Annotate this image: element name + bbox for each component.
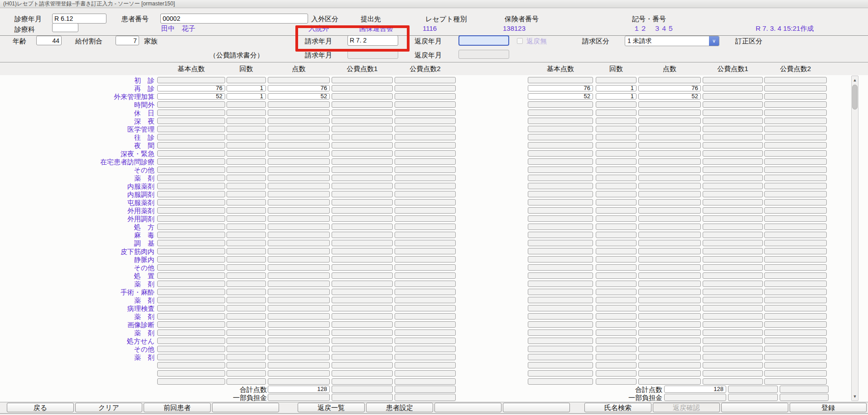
points-cell[interactable] [638, 370, 701, 377]
points-cell[interactable] [638, 142, 701, 148]
points-cell[interactable] [157, 215, 225, 222]
points-cell[interactable] [395, 297, 456, 303]
points-cell[interactable] [227, 207, 266, 214]
points-cell[interactable] [332, 77, 393, 83]
points-cell[interactable] [528, 272, 593, 279]
points-cell[interactable] [395, 134, 456, 140]
points-cell[interactable] [596, 224, 637, 230]
points-cell[interactable] [268, 77, 330, 83]
points-cell[interactable] [528, 370, 593, 377]
points-cell[interactable] [268, 158, 330, 165]
points-cell[interactable] [157, 224, 225, 230]
points-cell[interactable] [638, 378, 701, 385]
points-cell[interactable] [596, 354, 637, 360]
points-cell[interactable] [227, 224, 266, 230]
points-cell[interactable] [268, 272, 330, 279]
points-cell[interactable] [332, 248, 393, 254]
chevron-down-icon[interactable]: ∨ [709, 36, 719, 46]
points-cell[interactable] [703, 167, 763, 173]
points-cell[interactable] [638, 183, 701, 189]
points-cell[interactable] [268, 338, 330, 344]
points-cell[interactable] [395, 305, 456, 311]
points-cell[interactable] [157, 126, 225, 132]
points-cell[interactable] [703, 126, 763, 132]
points-cell[interactable] [764, 370, 827, 377]
points-cell[interactable] [638, 281, 701, 287]
points-cell[interactable] [764, 313, 827, 320]
scrollbar-thumb[interactable] [852, 85, 858, 110]
back-button[interactable]: 戻る [7, 403, 74, 412]
points-cell[interactable] [703, 93, 763, 100]
points-cell[interactable] [227, 346, 266, 352]
points-cell[interactable] [764, 240, 827, 246]
points-cell[interactable] [596, 150, 637, 157]
patient-settings-button[interactable]: 患者設定 [366, 403, 433, 412]
points-cell[interactable] [157, 134, 225, 140]
points-cell[interactable] [764, 183, 827, 189]
points-cell[interactable] [596, 240, 637, 246]
points-cell[interactable] [638, 224, 701, 230]
points-cell[interactable] [703, 77, 763, 83]
points-cell[interactable] [395, 232, 456, 238]
points-cell[interactable] [157, 248, 225, 254]
points-cell[interactable] [638, 232, 701, 238]
points-cell[interactable] [764, 199, 827, 205]
points-cell[interactable] [528, 101, 593, 108]
points-cell[interactable] [157, 281, 225, 287]
points-cell[interactable] [227, 264, 266, 271]
points-cell[interactable] [528, 378, 593, 385]
points-cell[interactable] [332, 191, 393, 197]
points-cell[interactable] [332, 232, 393, 238]
points-cell[interactable]: 76 [268, 85, 330, 91]
points-cell[interactable] [395, 142, 456, 148]
points-cell[interactable] [764, 110, 827, 116]
points-cell[interactable] [703, 199, 763, 205]
points-cell[interactable] [227, 101, 266, 108]
points-cell[interactable] [638, 272, 701, 279]
points-cell[interactable] [528, 289, 593, 295]
clear-button[interactable]: クリア [75, 403, 142, 412]
points-cell[interactable] [764, 142, 827, 148]
points-cell[interactable] [332, 378, 393, 385]
points-cell[interactable] [764, 362, 827, 368]
points-cell[interactable] [157, 232, 225, 238]
points-cell[interactable] [395, 167, 456, 173]
points-cell[interactable] [268, 118, 330, 124]
points-cell[interactable] [764, 256, 827, 262]
points-cell[interactable] [332, 329, 393, 336]
exam-yearmonth-input[interactable]: R 6.12 [52, 14, 106, 24]
points-cell[interactable] [703, 240, 763, 246]
points-cell[interactable] [332, 264, 393, 271]
points-cell[interactable] [528, 126, 593, 132]
points-cell[interactable] [227, 158, 266, 165]
department-input[interactable] [52, 23, 78, 32]
points-cell[interactable] [764, 77, 827, 83]
points-cell[interactable] [157, 321, 225, 328]
points-cell[interactable] [332, 167, 393, 173]
points-cell[interactable] [395, 77, 456, 83]
points-cell[interactable]: 52 [268, 93, 330, 100]
points-cell[interactable] [764, 321, 827, 328]
points-cell[interactable] [332, 150, 393, 157]
points-cell[interactable] [596, 142, 637, 148]
points-cell[interactable] [703, 338, 763, 344]
points-cell[interactable] [157, 110, 225, 116]
points-cell[interactable] [395, 215, 456, 222]
points-cell[interactable] [268, 264, 330, 271]
points-cell[interactable] [703, 183, 763, 189]
points-cell[interactable] [268, 175, 330, 181]
points-cell[interactable] [395, 354, 456, 360]
points-cell[interactable] [395, 199, 456, 205]
points-cell[interactable] [638, 256, 701, 262]
points-cell[interactable] [227, 281, 266, 287]
points-cell[interactable] [703, 313, 763, 320]
points-cell[interactable] [528, 240, 593, 246]
points-cell[interactable] [528, 150, 593, 157]
points-cell[interactable] [395, 191, 456, 197]
points-cell[interactable] [268, 150, 330, 157]
points-cell[interactable] [227, 191, 266, 197]
points-cell[interactable] [638, 191, 701, 197]
points-cell[interactable] [703, 118, 763, 124]
points-cell[interactable] [227, 362, 266, 368]
points-cell[interactable] [528, 134, 593, 140]
